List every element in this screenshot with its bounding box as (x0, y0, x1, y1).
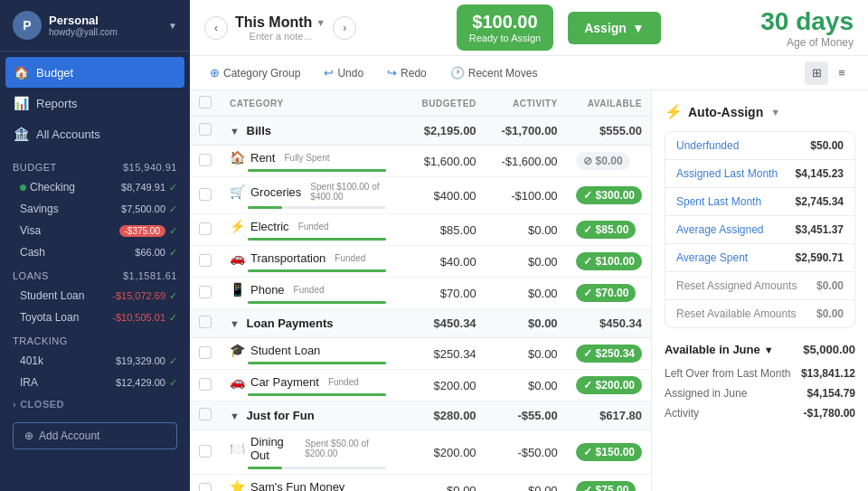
item-checkbox[interactable] (199, 154, 212, 166)
sidebar-header[interactable]: P Personal howdy@yall.com ▼ (0, 0, 190, 52)
sidebar-account-401k[interactable]: 401k $19,329.00 ✓ (0, 350, 190, 372)
next-month-button[interactable]: › (333, 16, 356, 40)
cat-name[interactable]: Car Payment (250, 375, 319, 389)
group-available: $555.00 (567, 117, 651, 146)
item-checkbox[interactable] (199, 483, 212, 492)
table-row[interactable]: 🚗 Car Payment Funded $200.00 $0.00 ✓ $20… (190, 370, 651, 401)
table-group-row[interactable]: ▼ Bills $2,195.00 -$1,700.00 $555.00 (190, 117, 651, 146)
user-info: Personal howdy@yall.com (49, 14, 161, 37)
auto-assign-row-average-assigned[interactable]: Average Assigned $3,451.37 (665, 216, 854, 244)
item-budgeted[interactable]: $70.00 (395, 278, 486, 309)
item-checkbox[interactable] (199, 346, 212, 359)
cat-name[interactable]: Sam's Fun Money (250, 480, 344, 492)
item-checkbox[interactable] (199, 222, 212, 235)
item-checkbox[interactable] (199, 254, 212, 267)
item-budgeted[interactable]: $40.00 (395, 246, 486, 278)
auto-assign-row-reset-assigned[interactable]: Reset Assigned Amounts $0.00 (665, 272, 854, 300)
assign-button[interactable]: Assign ▼ (568, 12, 661, 44)
undo-button[interactable]: ↩ Undo (318, 63, 369, 82)
auto-assign-value: $3,451.37 (796, 223, 844, 236)
item-activity: $0.00 (486, 214, 567, 246)
cat-name[interactable]: Groceries (250, 185, 301, 199)
cat-top: 🛒 Groceries Spent $100.00 of $400.00 (230, 182, 386, 202)
table-row[interactable]: 🛒 Groceries Spent $100.00 of $400.00 $40… (190, 177, 651, 214)
sidebar-item-budget[interactable]: 🏠 Budget (5, 57, 184, 88)
item-budgeted[interactable]: $200.00 (395, 430, 486, 475)
account-dot-icon (20, 184, 26, 191)
prev-month-button[interactable]: ‹ (204, 16, 228, 40)
cat-icon: 📱 (230, 282, 245, 297)
cat-name[interactable]: Transportation (250, 251, 326, 265)
item-checkbox[interactable] (199, 286, 212, 298)
cat-name[interactable]: Rent (250, 151, 275, 165)
table-row[interactable]: 🎓 Student Loan $250.34 $0.00 ✓ $250.34 (190, 338, 651, 370)
available-badge: ✓ $150.00 (576, 443, 642, 461)
sidebar-account-toyota-loan[interactable]: Toyota Loan -$10,505.01 ✓ (0, 307, 190, 328)
sidebar-account-student-loan[interactable]: Student Loan -$15,072.69 ✓ (0, 285, 190, 307)
item-activity: $0.00 (486, 338, 567, 370)
sidebar-account-ira[interactable]: IRA $12,429.00 ✓ (0, 372, 190, 393)
category-group-button[interactable]: ⊕ Category Group (204, 63, 306, 82)
group-activity: $0.00 (486, 309, 567, 338)
item-checkbox[interactable] (199, 188, 212, 201)
add-account-button[interactable]: ⊕ Add Account (13, 422, 177, 449)
avail-row-value: $4,154.79 (807, 387, 855, 400)
auto-assign-row-assigned-last-month[interactable]: Assigned Last Month $4,145.23 (665, 160, 854, 188)
auto-assign-row-reset-available[interactable]: Reset Available Amounts $0.00 (665, 300, 854, 327)
auto-assign-row-underfunded[interactable]: Underfunded $50.00 (665, 132, 854, 160)
avail-row-label: Left Over from Last Month (665, 367, 790, 380)
auto-assign-row-average-spent[interactable]: Average Spent $2,590.71 (665, 244, 854, 272)
activity-header: ACTIVITY (486, 90, 567, 117)
item-checkbox[interactable] (199, 445, 212, 458)
month-note[interactable]: Enter a note... (235, 31, 326, 42)
list-view-button[interactable]: ≡ (830, 61, 854, 85)
sidebar-closed-section[interactable]: › CLOSED (0, 393, 190, 415)
item-budgeted[interactable]: $1,600.00 (395, 146, 486, 177)
auto-assign-row-spent-last-month[interactable]: Spent Last Month $2,745.34 (665, 188, 854, 216)
cat-name[interactable]: Electric (250, 220, 289, 233)
table-group-row[interactable]: ▼ Loan Payments $450.34 $0.00 $450.34 (190, 309, 651, 338)
cat-name[interactable]: Dining Out (250, 435, 296, 462)
item-budgeted[interactable]: $0.00 (395, 475, 486, 492)
table-row[interactable]: ⭐ Sam's Fun Money $0.00 $0.00 ✓ $75.00 (190, 475, 651, 492)
budget-icon: 🏠 (13, 65, 29, 80)
group-checkbox[interactable] (199, 316, 212, 328)
table-row[interactable]: 🍽️ Dining Out Spent $50.00 of $200.00 $2… (190, 430, 651, 475)
progress-bar (248, 393, 386, 396)
auto-assign-label: Assigned Last Month (676, 167, 778, 180)
sidebar-account-checking[interactable]: Checking $8,749.91 ✓ (0, 176, 190, 198)
month-center: This Month ▼ Enter a note... (235, 14, 326, 42)
table-group-row[interactable]: ▼ Just for Fun $280.00 -$55.00 $617.80 (190, 401, 651, 430)
lightning-icon: ⚡ (665, 103, 683, 120)
item-budgeted[interactable]: $200.00 (395, 370, 486, 401)
recent-moves-button[interactable]: 🕐 Recent Moves (445, 63, 543, 82)
item-budgeted[interactable]: $400.00 (395, 177, 486, 214)
cat-top: 📱 Phone Funded (230, 282, 386, 297)
sidebar-account-visa[interactable]: Visa -$375.00 ✓ (0, 220, 190, 241)
table-row[interactable]: 📱 Phone Funded $70.00 $0.00 ✓ $70.00 (190, 278, 651, 309)
group-checkbox[interactable] (199, 408, 212, 420)
grid-view-button[interactable]: ⊞ (805, 61, 828, 85)
table-row[interactable]: 🏠 Rent Fully Spent $1,600.00 -$1,600.00 … (190, 146, 651, 177)
item-budgeted[interactable]: $250.34 (395, 338, 486, 370)
sidebar-account-cash[interactable]: Cash $66.00 ✓ (0, 241, 190, 263)
toolbar: ⊕ Category Group ↩ Undo ↪ Redo 🕐 Recent … (190, 56, 868, 90)
sidebar-item-all-accounts[interactable]: 🏦 All Accounts (0, 118, 190, 149)
cat-icon: 🚗 (230, 250, 245, 265)
table-row[interactable]: ⚡ Electric Funded $85.00 $0.00 ✓ $85.00 (190, 214, 651, 246)
group-checkbox[interactable] (199, 123, 212, 136)
group-chevron-icon: ▼ (230, 318, 240, 329)
sidebar-account-savings[interactable]: Savings $7,500.00 ✓ (0, 198, 190, 220)
item-checkbox[interactable] (199, 378, 212, 391)
select-all-checkbox[interactable] (199, 96, 212, 109)
item-budgeted[interactable]: $85.00 (395, 214, 486, 246)
sidebar-item-reports[interactable]: 📊 Reports (0, 88, 190, 118)
table-row[interactable]: 🚗 Transportation Funded $40.00 $0.00 ✓ $… (190, 246, 651, 278)
cat-tag: Spent $100.00 of $400.00 (310, 182, 385, 202)
redo-button[interactable]: ↪ Redo (382, 63, 432, 82)
cat-icon: 🛒 (230, 184, 245, 199)
cat-name[interactable]: Student Loan (250, 344, 320, 357)
chevron-down-icon: ▼ (632, 21, 645, 35)
progress-bar (248, 301, 386, 304)
cat-name[interactable]: Phone (250, 283, 285, 297)
